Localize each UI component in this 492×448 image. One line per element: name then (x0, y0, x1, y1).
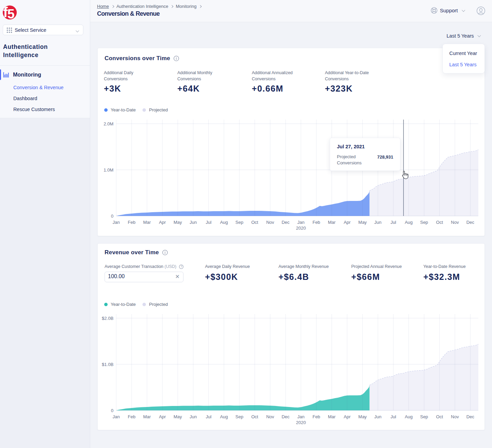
svg-text:Nov: Nov (266, 414, 274, 419)
svg-text:Sep: Sep (235, 414, 243, 419)
svg-text:Apr: Apr (344, 414, 351, 419)
svg-text:Jul: Jul (391, 414, 396, 419)
svg-text:Jan: Jan (113, 220, 120, 225)
svg-text:Jun: Jun (190, 414, 197, 419)
svg-text:5: 5 (8, 7, 15, 19)
svg-text:Jun: Jun (190, 220, 197, 225)
svg-text:Feb: Feb (128, 414, 135, 419)
svg-text:Dec: Dec (466, 220, 475, 225)
svg-text:Jun: Jun (374, 414, 382, 419)
svg-text:Jul: Jul (206, 414, 211, 419)
svg-text:May: May (174, 220, 182, 225)
svg-text:Feb: Feb (128, 220, 135, 225)
svg-text:Dec: Dec (466, 414, 475, 419)
svg-text:Feb: Feb (313, 220, 320, 225)
svg-text:1.0M: 1.0M (104, 167, 113, 173)
svg-text:Nov: Nov (451, 414, 459, 419)
svg-text:0: 0 (111, 214, 113, 219)
svg-text:Sep: Sep (420, 414, 428, 419)
svg-text:Mar: Mar (143, 414, 151, 419)
svg-text:2020: 2020 (296, 420, 306, 425)
svg-text:Jun: Jun (374, 220, 382, 225)
svg-text:Oct: Oct (436, 220, 443, 225)
svg-text:Mar: Mar (328, 414, 336, 419)
svg-text:0: 0 (111, 408, 113, 413)
svg-text:Nov: Nov (451, 220, 459, 225)
svg-text:Jan: Jan (113, 414, 120, 419)
svg-text:Jul: Jul (391, 220, 396, 225)
svg-text:Jul: Jul (206, 220, 211, 225)
svg-text:Jan: Jan (297, 220, 304, 225)
svg-text:May: May (358, 220, 367, 225)
svg-text:$1.0B: $1.0B (102, 362, 113, 367)
svg-text:Jan: Jan (297, 414, 304, 419)
svg-text:$2.0B: $2.0B (102, 316, 113, 321)
svg-text:Aug: Aug (220, 414, 228, 419)
svg-text:Oct: Oct (251, 220, 258, 225)
svg-text:Feb: Feb (313, 414, 320, 419)
svg-text:Sep: Sep (420, 220, 428, 225)
svg-text:Apr: Apr (159, 414, 166, 419)
svg-text:May: May (358, 414, 367, 419)
svg-text:?: ? (180, 265, 182, 269)
svg-text:2020: 2020 (296, 226, 306, 231)
svg-text:Apr: Apr (159, 220, 166, 225)
svg-text:Oct: Oct (251, 414, 258, 419)
svg-text:Aug: Aug (405, 414, 413, 419)
svg-text:Apr: Apr (344, 220, 351, 225)
svg-text:Aug: Aug (220, 220, 228, 225)
svg-text:Aug: Aug (405, 220, 413, 225)
svg-text:Mar: Mar (143, 220, 151, 225)
svg-text:2.0M: 2.0M (104, 121, 113, 126)
svg-text:Dec: Dec (282, 220, 290, 225)
svg-text:Mar: Mar (328, 220, 336, 225)
svg-text:May: May (174, 414, 182, 419)
svg-text:Dec: Dec (282, 414, 290, 419)
svg-text:Oct: Oct (436, 414, 443, 419)
svg-text:Sep: Sep (235, 220, 243, 225)
svg-text:Nov: Nov (266, 220, 274, 225)
